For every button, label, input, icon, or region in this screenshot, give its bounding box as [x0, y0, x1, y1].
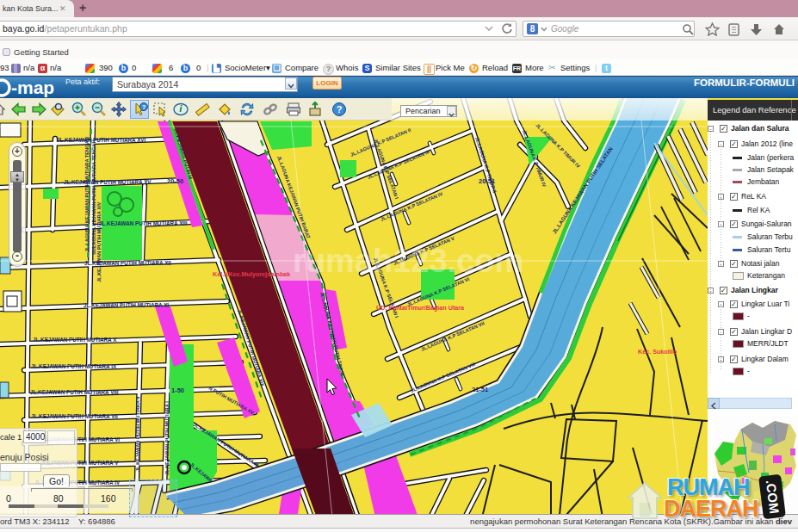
- svg-text:JL.KEJAWAN PUTIH MUTIARA XIV: JL.KEJAWAN PUTIH MUTIARA XIV: [96, 201, 102, 282]
- svg-text:UD. PantaiTimur/Bagian Utara: UD. PantaiTimur/Bagian Utara: [376, 304, 465, 312]
- svg-text:rumah123.com: rumah123.com: [293, 243, 523, 279]
- svg-text:i: i: [179, 104, 182, 114]
- svg-text:?: ?: [337, 104, 343, 114]
- svg-text:JL.KEJAWAN PUTIH MUTIARA I: JL.KEJAWAN PUTIH MUTIARA I: [164, 401, 170, 475]
- svg-text:JL.KEJAWAN PUTIH MUTIARA VIII: JL.KEJAWAN PUTIH MUTIARA VIII: [30, 389, 119, 395]
- svg-text:JL.KEJAWAN PUTIH MUTIARA XIII: JL.KEJAWAN PUTIH MUTIARA XIII: [99, 220, 188, 226]
- svg-text:21-51: 21-51: [472, 386, 488, 393]
- svg-text:JL.KEJAWAN PUTIH MUTIARA XI: JL.KEJAWAN PUTIH MUTIARA XI: [84, 302, 169, 308]
- svg-text:Kec. Sukolilo: Kec. Sukolilo: [638, 348, 677, 356]
- svg-text:-map: -map: [11, 77, 54, 97]
- svg-text:JL.KEJAWAN PUTIH MUTIARA II: JL.KEJAWAN PUTIH MUTIARA II: [135, 396, 140, 472]
- svg-text:?: ?: [142, 104, 145, 110]
- svg-text:Kel.KKec.Mulyorejoambak: Kel.KKec.Mulyorejoambak: [213, 270, 290, 278]
- svg-text:20-50: 20-50: [167, 177, 183, 185]
- svg-text:JL.KEJAWAN PUTIH MUTIARA XV: JL.KEJAWAN PUTIH MUTIARA XV: [64, 179, 152, 185]
- svg-text:1-50: 1-50: [171, 387, 184, 394]
- svg-text:JL.LAGUNA KEJAWAN PUTIH MUTIAR: JL.LAGUNA KEJAWAN PUTIH MUTIARA TENGAH: [84, 137, 90, 252]
- svg-text:JL.KEJAWAN PUTIH MUTIARA IX: JL.KEJAWAN PUTIH MUTIARA IX: [31, 363, 117, 369]
- svg-text:JL.KEJAWAN PUTIH MUTIARA VII: JL.KEJAWAN PUTIH MUTIARA VII: [31, 413, 118, 419]
- svg-text:JL.KEJAWAN PUTIH MUTIARA X: JL.KEJAWAN PUTIH MUTIARA X: [33, 337, 117, 343]
- svg-text:JL.KEJAWAN PUTIH MUTIARA XVI: JL.KEJAWAN PUTIH MUTIARA XVI: [57, 137, 146, 143]
